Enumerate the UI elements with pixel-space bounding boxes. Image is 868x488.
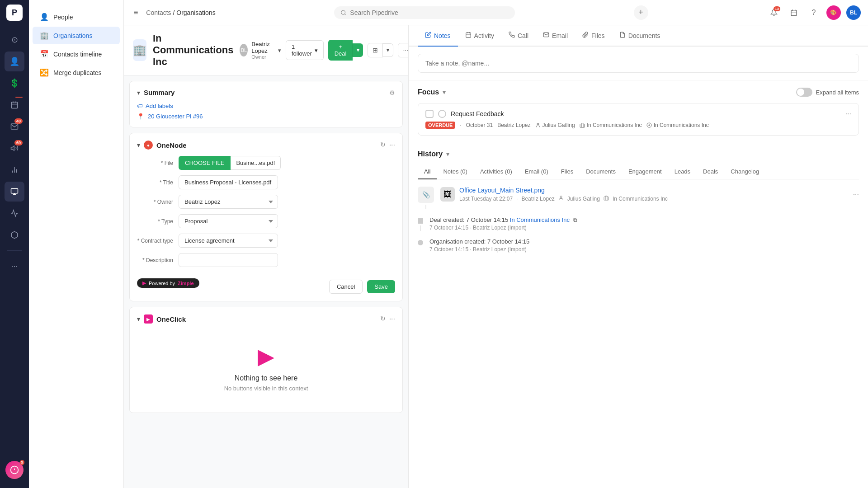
copy-icon[interactable]: ⧉ <box>573 217 577 223</box>
rail-icon-more[interactable]: ··· <box>5 256 24 276</box>
expand-toggle-switch[interactable] <box>796 88 812 97</box>
timeline-dot2 <box>418 240 423 245</box>
rail-icon-analytics[interactable] <box>5 203 24 223</box>
rail-icon-contacts[interactable]: 👤 <box>5 52 24 71</box>
activity-tab-icon <box>465 32 472 39</box>
topbar-notifications-icon[interactable]: 13 <box>767 5 781 20</box>
type-select[interactable]: Proposal <box>179 214 278 228</box>
notes-tab-label: Notes <box>434 32 451 39</box>
deal-button[interactable]: + Deal <box>328 40 353 61</box>
address-row[interactable]: 📍 20 Gloucester Pl #96 <box>137 113 395 120</box>
deal-button-arrow[interactable]: ▾ <box>353 43 363 57</box>
sidebar-item-merge-duplicates[interactable]: 🔀 Merge duplicates <box>33 64 120 81</box>
rail-icon-active[interactable] <box>5 182 24 202</box>
history-tab-changelog[interactable]: Changelog <box>724 164 765 179</box>
oneclick-refresh-icon[interactable]: ↻ <box>380 315 386 323</box>
history-tab-activities[interactable]: Activities (0) <box>474 164 519 179</box>
notes-tab-icon <box>425 32 431 39</box>
focus-section: Focus ▾ Expand all items Request Feedbac… <box>409 80 868 148</box>
topbar-user-avatar[interactable]: BL <box>846 5 861 20</box>
summary-collapse-icon[interactable]: ▾ <box>137 89 140 96</box>
feedback-checkbox[interactable] <box>425 110 434 118</box>
search-icon <box>340 9 346 16</box>
add-button[interactable]: + <box>634 5 648 20</box>
nothing-here: ▶ Nothing to see here No buttons visible… <box>137 330 395 405</box>
oneclick-more-icon[interactable]: ··· <box>389 315 395 323</box>
oneclick-collapse-icon[interactable]: ▾ <box>137 315 140 323</box>
org-header-actions: BL Beatriz Lopez Owner ▾ 1 follower ▾ + … <box>240 40 409 61</box>
bottom-notification[interactable]: 5 <box>5 461 24 479</box>
rail-icon-deals[interactable]: 💲 <box>5 73 24 93</box>
onenode-more-icon[interactable]: ··· <box>389 141 395 149</box>
feedback-radio[interactable] <box>438 110 446 118</box>
history-tab-notes[interactable]: Notes (0) <box>437 164 473 179</box>
save-button[interactable]: Save <box>367 280 395 293</box>
sidebar-item-people[interactable]: 👤 People <box>33 8 120 26</box>
grid-view-button[interactable]: ⊞ <box>368 43 383 57</box>
focus-chevron-icon[interactable]: ▾ <box>443 89 446 96</box>
tab-notes[interactable]: Notes <box>418 25 458 47</box>
owner-section[interactable]: BL Beatriz Lopez Owner ▾ <box>240 41 281 60</box>
rail-icon-reports[interactable] <box>5 160 24 180</box>
history-item-title[interactable]: Office Layout_Main Street.png <box>459 187 853 194</box>
history-item-owner: Beatriz Lopez <box>521 196 554 202</box>
summary-section: ▾ Summary ⚙ 🏷 Add labels 📍 20 Gloucester… <box>129 81 403 127</box>
rail-icon-home[interactable]: ⊙ <box>5 30 24 50</box>
onenode-actions: ↻ ··· <box>380 141 395 149</box>
onenode-refresh-icon[interactable]: ↻ <box>380 141 386 149</box>
summary-settings-icon[interactable]: ⚙ <box>389 89 395 96</box>
history-tab-files[interactable]: Files <box>555 164 580 179</box>
tab-email[interactable]: Email <box>536 25 575 47</box>
contract-type-select[interactable]: License agreement <box>179 234 278 248</box>
tab-files[interactable]: Files <box>575 25 612 47</box>
follower-button[interactable]: 1 follower ▾ <box>286 40 324 60</box>
merge-duplicates-icon: 🔀 <box>40 68 49 77</box>
breadcrumb-contacts[interactable]: Contacts <box>146 9 171 16</box>
tab-call[interactable]: Call <box>501 25 536 47</box>
rail-icon-campaigns[interactable]: 69 <box>5 138 24 158</box>
history-tab-documents[interactable]: Documents <box>580 164 622 179</box>
powered-by[interactable]: ▶ Powered by Zimple <box>137 278 199 288</box>
org-icon: 🏢 <box>133 39 146 61</box>
hamburger-button[interactable]: ≡ <box>131 6 141 19</box>
breadcrumb: Contacts / Organisations <box>146 9 215 16</box>
history-tab-engagement[interactable]: Engagement <box>622 164 668 179</box>
rail-icon-email[interactable]: 40 <box>5 117 24 136</box>
title-input[interactable] <box>179 175 278 189</box>
history-tab-leads[interactable]: Leads <box>668 164 697 179</box>
rail-icon-marketplace[interactable] <box>5 225 24 245</box>
history-tab-email[interactable]: Email (0) <box>519 164 555 179</box>
tab-documents[interactable]: Documents <box>612 25 668 47</box>
deal-created-link[interactable]: In Communications Inc <box>510 216 570 223</box>
sidebar-item-organisations[interactable]: 🏢 Organisations <box>33 27 120 44</box>
onenode-collapse-icon[interactable]: ▾ <box>137 141 140 149</box>
history-item-more[interactable]: ··· <box>853 190 859 198</box>
add-labels-link[interactable]: 🏷 Add labels <box>137 103 395 109</box>
history-tab-all[interactable]: All <box>418 164 437 179</box>
tab-activity[interactable]: Activity <box>458 25 501 47</box>
cancel-button[interactable]: Cancel <box>329 280 363 294</box>
onenode-icon: ● <box>144 141 153 150</box>
play-icon: ▶ <box>142 280 146 286</box>
note-input[interactable] <box>418 54 859 73</box>
description-input[interactable] <box>179 253 278 267</box>
grid-view-arrow[interactable]: ▾ <box>383 43 393 57</box>
topbar-color-icon[interactable]: 🎨 <box>826 5 841 20</box>
more-options-button[interactable]: ··· <box>398 43 409 57</box>
search-input[interactable] <box>350 9 509 16</box>
feedback-more-icon[interactable]: ··· <box>845 110 851 118</box>
owner-select[interactable]: Beatriz Lopez <box>179 195 278 209</box>
app-logo[interactable]: P <box>6 5 23 21</box>
rail-icon-calendar[interactable] <box>5 95 24 115</box>
sidebar-item-contacts-timeline[interactable]: 📅 Contacts timeline <box>33 45 120 63</box>
email-tab-icon <box>543 32 549 39</box>
file-input-group: CHOOSE FILE Busine...es.pdf <box>179 156 281 170</box>
title-row: * Title <box>137 175 395 189</box>
history-chevron-icon[interactable]: ▾ <box>446 150 449 158</box>
history-tab-deals[interactable]: Deals <box>697 164 724 179</box>
org-created-text: Organisation created: 7 October 14:15 <box>429 238 529 245</box>
choose-file-button[interactable]: CHOOSE FILE <box>179 156 231 170</box>
type-row: * Type Proposal <box>137 214 395 228</box>
topbar-help-icon[interactable]: ? <box>807 5 821 20</box>
topbar-activity-icon[interactable] <box>787 5 801 20</box>
